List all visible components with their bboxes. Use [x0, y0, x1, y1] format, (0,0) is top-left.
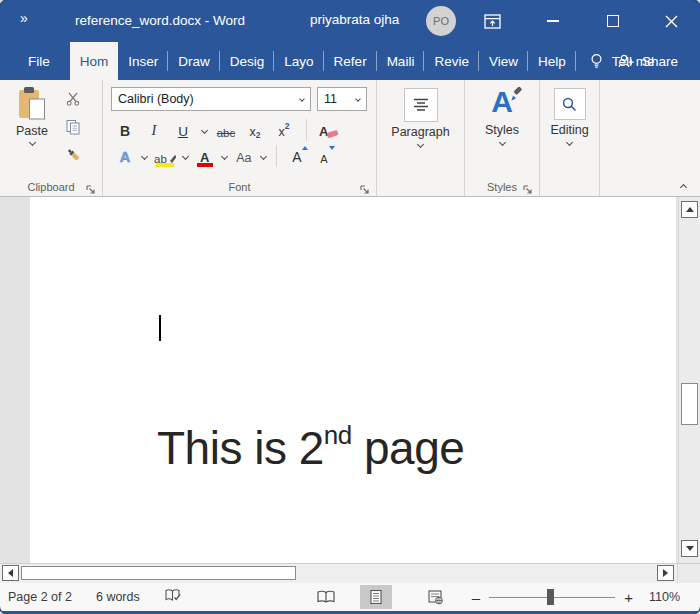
tab-layout[interactable]: Layo	[274, 42, 323, 80]
shrink-font-button[interactable]: A	[314, 145, 334, 167]
subscript-mark: 2	[256, 130, 261, 140]
styles-label: Styles	[485, 123, 519, 137]
share-button[interactable]: Share	[617, 42, 678, 80]
document-page[interactable]	[30, 197, 676, 563]
text-effects-button[interactable]: A	[115, 145, 135, 167]
proofing-button[interactable]	[164, 588, 182, 606]
grow-font-letter: A	[292, 149, 301, 165]
page-indicator[interactable]: Page 2 of 2	[8, 590, 72, 604]
cut-button[interactable]	[62, 89, 84, 109]
word-count[interactable]: 6 words	[96, 590, 140, 604]
superscript-mark: 2	[285, 121, 290, 131]
copy-icon	[65, 119, 81, 135]
zoom-out-button[interactable]: –	[472, 590, 480, 605]
signed-in-user[interactable]: priyabrata ojha	[310, 12, 399, 27]
scroll-up-button[interactable]	[681, 201, 698, 218]
web-layout-icon	[427, 589, 444, 605]
tab-review[interactable]: Revie	[424, 42, 479, 80]
minimize-icon	[547, 20, 559, 22]
separator	[306, 119, 307, 141]
clear-formatting-button[interactable]: A	[319, 119, 339, 141]
tab-draw[interactable]: Draw	[168, 42, 220, 80]
underline-dropdown-chevron-icon[interactable]	[201, 126, 208, 133]
quick-access-toolbar-icon[interactable]: »	[20, 10, 26, 26]
bold-button[interactable]: B	[115, 119, 135, 141]
tab-insert[interactable]: Inser	[118, 42, 168, 80]
print-layout-button[interactable]	[360, 585, 392, 609]
document-text-superscript: nd	[324, 420, 352, 450]
italic-icon: I	[152, 122, 157, 139]
maximize-button[interactable]	[591, 0, 635, 42]
highlight-color-button[interactable]: ab	[154, 145, 176, 167]
font-dialog-launcher[interactable]	[359, 181, 370, 192]
font-name-dropdown-icon	[299, 96, 305, 102]
paste-clipboard-icon	[17, 86, 47, 122]
zoom-in-button[interactable]: +	[624, 590, 633, 605]
tab-home[interactable]: Hom	[70, 42, 119, 80]
subscript-button[interactable]: x2	[245, 119, 265, 141]
avatar[interactable]: PO	[426, 6, 456, 36]
highlight-chevron-icon[interactable]	[182, 152, 189, 159]
scroll-down-icon	[686, 546, 694, 551]
scroll-down-button[interactable]	[681, 540, 698, 557]
clipboard-group: Paste	[0, 80, 103, 196]
status-right: – + 110%	[310, 583, 700, 611]
collapse-ribbon-chevron-icon[interactable]	[680, 184, 687, 191]
grow-font-button[interactable]: A	[287, 145, 307, 167]
underline-button[interactable]: U	[173, 119, 193, 141]
horizontal-scroll-thumb[interactable]	[21, 566, 296, 580]
italic-button[interactable]: I	[144, 119, 164, 141]
editing-button[interactable]: Editing	[540, 88, 599, 145]
underline-icon: U	[178, 124, 188, 139]
text-effects-icon: A	[120, 149, 130, 165]
paragraph-group: Paragraph	[377, 80, 465, 196]
eraser-icon	[326, 128, 339, 139]
strikethrough-button[interactable]: abc	[216, 119, 236, 141]
scissors-icon	[65, 91, 81, 107]
scroll-left-button[interactable]	[2, 565, 19, 581]
ribbon-tab-row: File Hom Inser Draw Desig Layo Refer Mai…	[0, 42, 700, 80]
tab-mailings[interactable]: Maili	[377, 42, 425, 80]
read-mode-button[interactable]	[310, 585, 342, 609]
change-case-chevron-icon[interactable]	[260, 152, 267, 159]
tab-view[interactable]: View	[479, 42, 528, 80]
format-painter-button[interactable]	[62, 145, 84, 165]
tab-file[interactable]: File	[8, 42, 70, 80]
scroll-left-icon	[8, 569, 13, 577]
font-color-button[interactable]: A	[195, 145, 215, 167]
editing-label: Editing	[550, 123, 588, 137]
web-layout-button[interactable]	[420, 585, 452, 609]
font-row-2: A ab A Aa A A	[115, 143, 334, 169]
font-color-bar	[197, 163, 213, 167]
paste-dropdown-chevron-icon[interactable]	[28, 139, 35, 146]
horizontal-scrollbar[interactable]	[0, 563, 700, 583]
clipboard-dialog-launcher[interactable]	[85, 181, 96, 192]
paragraph-button[interactable]: Paragraph	[377, 88, 464, 147]
close-button[interactable]	[649, 0, 693, 42]
zoom-slider-thumb[interactable]	[547, 589, 554, 605]
proofing-book-icon	[164, 588, 182, 603]
document-text[interactable]: This is 2nd page	[157, 421, 464, 475]
zoom-slider[interactable]	[489, 597, 615, 598]
text-effects-chevron-icon[interactable]	[141, 152, 148, 159]
superscript-button[interactable]: x2	[274, 119, 294, 141]
ribbon-display-options-button[interactable]	[470, 0, 514, 42]
text-cursor	[159, 315, 161, 341]
minimize-button[interactable]	[531, 0, 575, 42]
font-size-combobox[interactable]: 11	[317, 87, 367, 111]
scroll-right-button[interactable]	[657, 565, 674, 581]
copy-button[interactable]	[62, 117, 84, 137]
paste-button[interactable]: Paste	[8, 86, 56, 145]
tab-help[interactable]: Help	[528, 42, 576, 80]
change-case-button[interactable]: Aa	[234, 145, 254, 167]
styles-dialog-launcher[interactable]	[522, 181, 533, 192]
tab-design[interactable]: Desig	[220, 42, 275, 80]
vertical-scrollbar[interactable]	[678, 197, 700, 563]
vertical-scroll-thumb[interactable]	[681, 383, 698, 425]
tab-references[interactable]: Refer	[324, 42, 377, 80]
styles-button[interactable]: A Styles	[465, 84, 539, 145]
font-group-label: Font	[103, 181, 376, 193]
zoom-level[interactable]: 110%	[649, 590, 680, 604]
font-color-chevron-icon[interactable]	[221, 152, 228, 159]
font-name-combobox[interactable]: Calibri (Body)	[111, 87, 311, 111]
